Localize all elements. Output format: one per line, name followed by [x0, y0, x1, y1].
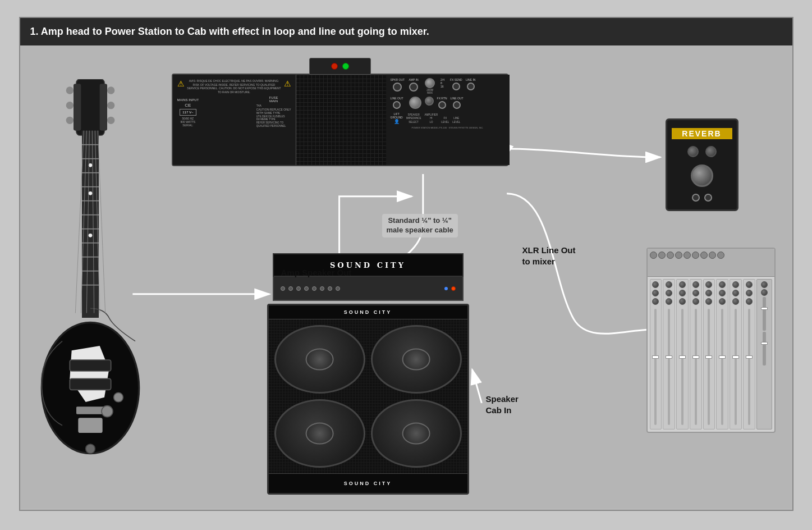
reverb-pedal: REVERB [666, 118, 738, 211]
svg-rect-27 [70, 360, 111, 371]
mixer-channel-5 [703, 279, 715, 430]
svg-point-10 [107, 117, 114, 124]
main-container: 1. Amp head to Power Station to Cab with… [19, 17, 793, 511]
amp-knob-8 [336, 286, 340, 291]
reverb-knob-small-1 [687, 146, 699, 157]
annotation-speaker-cable: Standard ¼" to ¼" male speaker cable [382, 214, 458, 237]
svg-point-7 [66, 102, 73, 109]
svg-point-9 [66, 117, 73, 124]
amp-knob-2 [288, 286, 293, 291]
led-red [331, 63, 338, 70]
ps-warning-text: AVIS: RISQUE DE CHOC ELECTRIQUE. NE PAS … [187, 79, 282, 94]
amp-head-lower [273, 277, 464, 301]
cab-brand-top: SOUND CITY [344, 309, 392, 315]
mixer-top-controls [648, 249, 774, 277]
svg-rect-28 [70, 378, 111, 390]
mixer-channel-7 [730, 279, 742, 430]
ps-grid-section [296, 75, 386, 165]
mixer [646, 248, 776, 433]
annotation-xlr-line-out: XLR Line Out to mixer [522, 245, 576, 267]
cab-speaker-4 [371, 399, 462, 468]
amp-led-red [451, 286, 456, 291]
ps-top-panel [309, 58, 371, 75]
svg-point-24 [88, 191, 92, 195]
amp-knob-6 [320, 286, 324, 291]
svg-point-8 [107, 102, 114, 109]
amp-knob-7 [328, 286, 332, 291]
mixer-channel-6 [716, 279, 728, 430]
svg-point-32 [113, 392, 123, 402]
mixer-channel-8 [743, 279, 755, 430]
cab-speaker-2 [371, 325, 462, 394]
amp-knob-4 [304, 286, 309, 291]
header-title: 1. Amp head to Power Station to Cab with… [30, 26, 429, 38]
svg-point-5 [66, 86, 73, 94]
annotation-amp-speaker-out: Amp Speaker Out [281, 267, 352, 278]
amp-knob-5 [312, 286, 316, 291]
cab-speaker-1 [274, 325, 365, 394]
svg-point-33 [85, 444, 95, 454]
reverb-knob-small-2 [705, 146, 717, 157]
cab-speaker-grid [269, 319, 467, 473]
ps-mains-label: MAINS INPUT [177, 98, 199, 102]
annotation-speaker-cab-in: Speaker Cab In [486, 394, 519, 415]
mixer-channel-4 [690, 279, 702, 430]
cab-bottom-bar: SOUND CITY [269, 473, 467, 493]
amp-led-blue [444, 287, 448, 290]
led-green [342, 63, 349, 70]
svg-point-25 [88, 234, 92, 237]
svg-rect-4 [99, 84, 107, 130]
ps-right-controls: SPKR OUT AMP IN 200WMAX 2/4 8 16 [386, 75, 510, 165]
cab-speaker-3 [274, 399, 365, 468]
reverb-label: REVERB [672, 128, 732, 139]
reverb-knob-large [691, 165, 713, 187]
guitar [34, 79, 146, 472]
cab-top-bar: SOUND CITY [269, 305, 467, 319]
amp-knob-1 [281, 286, 285, 291]
reverb-knobs [687, 146, 717, 157]
ps-model-label: POWER STATION MODEL PS-100 · STEVEN FRYE… [391, 126, 505, 129]
ps-left-section: ⚠ AVIS: RISQUE DE CHOC ELECTRIQUE. NE PA… [173, 75, 296, 165]
svg-rect-3 [74, 84, 81, 130]
svg-point-31 [102, 406, 113, 417]
header-bar: 1. Amp head to Power Station to Cab with… [20, 18, 792, 45]
mixer-channels [648, 277, 774, 432]
mixer-channel-2 [663, 279, 675, 430]
mixer-channel-1 [650, 279, 662, 430]
svg-rect-29 [76, 406, 104, 414]
power-station: ⚠ AVIS: RISQUE DE CHOC ELECTRIQUE. NE PA… [172, 74, 508, 166]
content-area: ⚠ AVIS: RISQUE DE CHOC ELECTRIQUE. NE PA… [20, 45, 792, 508]
cab-brand-bottom: SOUND CITY [344, 481, 392, 486]
amp-knob-3 [296, 286, 301, 291]
svg-point-6 [107, 86, 114, 94]
speaker-cab: SOUND CITY SOUND CITY [267, 304, 469, 495]
svg-rect-30 [78, 418, 102, 433]
mixer-channel-3 [676, 279, 689, 430]
